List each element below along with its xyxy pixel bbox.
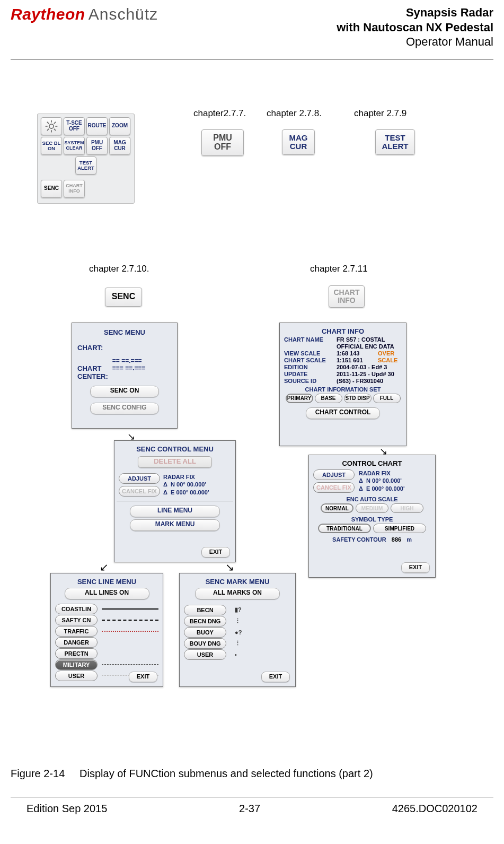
coastlin-button[interactable]: COASTLIN [55, 604, 98, 614]
senc-menu-title: SENC MENU [77, 326, 172, 336]
logo-raytheon: Raytheon [11, 5, 85, 23]
figure-number: Figure 2-14 [11, 768, 65, 779]
chart-info-title: CHART INFO [284, 325, 402, 335]
adjust-button[interactable]: ADJUST [313, 469, 355, 480]
test-alert-button-small[interactable]: TEST ALERT [75, 156, 96, 175]
senc-on-button[interactable]: SENC ON [90, 386, 159, 397]
senc-config-button[interactable]: SENC CONFIG [90, 403, 159, 414]
exit-button[interactable]: EXIT [201, 547, 230, 558]
full-seg-button[interactable]: FULL [373, 394, 401, 403]
all-marks-on-button[interactable]: ALL MARKS ON [195, 588, 280, 599]
traffic-button[interactable]: TRAFFIC [55, 626, 98, 637]
svg-line-17 [54, 121, 56, 123]
chart-scale-value: 1:151 601 [337, 357, 376, 363]
base-seg-button[interactable]: BASE [315, 394, 342, 403]
becn-button[interactable]: BECN [184, 605, 226, 615]
footer-page-number: 2-37 [239, 803, 260, 815]
update-label: UPDATE [284, 371, 334, 377]
route-button[interactable]: ROUTE [86, 117, 108, 135]
adjust-button[interactable]: ADJUST [119, 473, 160, 484]
line-style-dash-icon [102, 620, 158, 621]
military-button[interactable]: MILITARY [55, 659, 98, 670]
figure-text: Display of FUNCtion submenus and selecte… [79, 768, 373, 779]
arrow-icon: ↘ [225, 561, 234, 573]
logo-anschutz: Anschütz [89, 5, 158, 23]
system-clear-button[interactable]: SYSTEM CLEAR [64, 137, 85, 155]
logo-group: Raytheon Anschütz [11, 5, 158, 23]
page-footer: Edition Sep 2015 2-37 4265.DOC020102 [11, 797, 493, 815]
user-button[interactable]: USER [55, 671, 98, 681]
cancel-fix-button[interactable]: CANCEL FIX [119, 486, 160, 497]
senc-button[interactable]: SENC [105, 288, 142, 307]
std-disp-seg-button[interactable]: STD DISP [344, 394, 372, 403]
tsce-off-button[interactable]: T-SCE OFF [64, 117, 85, 135]
brightness-button[interactable] [41, 117, 62, 135]
senc-menu-panel: SENC MENU CHART: CHART CENTER: == ==.===… [72, 323, 178, 429]
delete-all-button[interactable]: DELETE ALL [138, 456, 212, 468]
lat-value: N 00° 00.000' [366, 477, 402, 484]
traditional-seg-button[interactable]: TRADITIONAL [318, 524, 371, 533]
sec-bl-on-button[interactable]: SEC BL ON [41, 137, 62, 155]
delta-icon: Δ [359, 485, 363, 492]
primary-seg-button[interactable]: PRIMARY [286, 394, 313, 403]
safety-contour-label: SAFETY CONTOUR [332, 536, 386, 543]
control-chart-panel: CONTROL CHART ADJUST CANCEL FIX RADAR FI… [308, 455, 436, 578]
buoy-button[interactable]: BUOY [184, 627, 226, 638]
all-lines-on-button[interactable]: ALL LINES ON [65, 588, 149, 599]
mark-menu-button[interactable]: MARK MENU [130, 519, 220, 531]
exit-button[interactable]: EXIT [129, 672, 157, 682]
chart-name-value-2: OFFICIAL ENC DATA [337, 343, 402, 350]
senc-center-value-1: == ==.=== [112, 357, 146, 364]
title-line-3: Operator Manual [406, 35, 493, 48]
medium-seg-button[interactable]: MEDIUM [356, 503, 388, 513]
normal-seg-button[interactable]: NORMAL [321, 503, 353, 513]
chart-info-button-small[interactable]: CHART INFO [64, 180, 85, 198]
pmu-off-button[interactable]: PMU OFF [201, 129, 244, 156]
high-seg-button[interactable]: HIGH [391, 503, 423, 513]
exit-button[interactable]: EXIT [261, 672, 290, 682]
safty-cn-button[interactable]: SAFTY CN [55, 615, 98, 625]
line-menu-button[interactable]: LINE MENU [130, 506, 220, 517]
user-mark-button[interactable]: USER [184, 649, 226, 660]
safety-contour-value: 886 [392, 536, 401, 543]
footer-edition: Edition Sep 2015 [26, 803, 107, 815]
line-style-fine-icon [102, 664, 158, 665]
mag-cur-button[interactable]: MAG CUR [282, 129, 315, 155]
test-alert-button[interactable]: TEST ALERT [375, 129, 415, 155]
senc-center-label: CHART CENTER: [77, 364, 108, 380]
chart-info-button[interactable]: CHART INFO [329, 285, 365, 308]
title-line-2: with Nautoscan NX Pedestal [337, 21, 493, 34]
figure-content: chapter2.7.7. chapter 2.7.8. chapter 2.7… [11, 65, 493, 791]
chapter-label-2-7-8: chapter 2.7.8. [267, 108, 322, 119]
bouy-dng-button[interactable]: BOUY DNG [184, 638, 226, 649]
senc-center-value-2: === ==.=== [112, 364, 146, 372]
edition-label: EDITION [284, 364, 334, 370]
over-scale-label-2: SCALE [378, 357, 402, 363]
svg-line-16 [47, 128, 49, 130]
footer-doc-number: 4265.DOC020102 [392, 803, 478, 815]
senc-mark-title: SENC MARK MENU [184, 576, 291, 586]
symbol-type-label: SYMBOL TYPE [313, 516, 431, 523]
view-scale-value: 1:68 143 [337, 350, 376, 356]
mark-symbol: ▮? [235, 606, 242, 613]
mark-symbol: ▪ [235, 651, 237, 658]
line-style-solid-icon [102, 608, 158, 610]
cancel-fix-button[interactable]: CANCEL FIX [313, 482, 355, 493]
simplified-seg-button[interactable]: SIMPLIFIED [373, 524, 426, 533]
mark-symbol: ⋮ [235, 617, 241, 624]
pmu-off-button-small[interactable]: PMU OFF [86, 137, 108, 155]
danger-button[interactable]: DANGER [55, 637, 98, 648]
title-line-1: Synapsis Radar [406, 6, 493, 19]
senc-control-menu-panel: SENC CONTROL MENU DELETE ALL ADJUST CANC… [114, 440, 236, 562]
zoom-button[interactable]: ZOOM [109, 117, 130, 135]
mag-cur-button-small[interactable]: MAG CUR [109, 137, 130, 155]
chart-control-button[interactable]: CHART CONTROL [306, 407, 380, 419]
senc-button-small[interactable]: SENC [41, 180, 62, 198]
chart-name-label: CHART NAME [284, 336, 334, 343]
exit-button[interactable]: EXIT [401, 562, 430, 573]
lat-value: N 00° 00.000' [171, 481, 206, 488]
becn-dng-button[interactable]: BECN DNG [184, 616, 226, 627]
arrow-icon: ↙ [100, 561, 109, 573]
prectn-button[interactable]: PRECTN [55, 648, 98, 659]
radar-fix-label: RADAR FIX [163, 473, 209, 481]
